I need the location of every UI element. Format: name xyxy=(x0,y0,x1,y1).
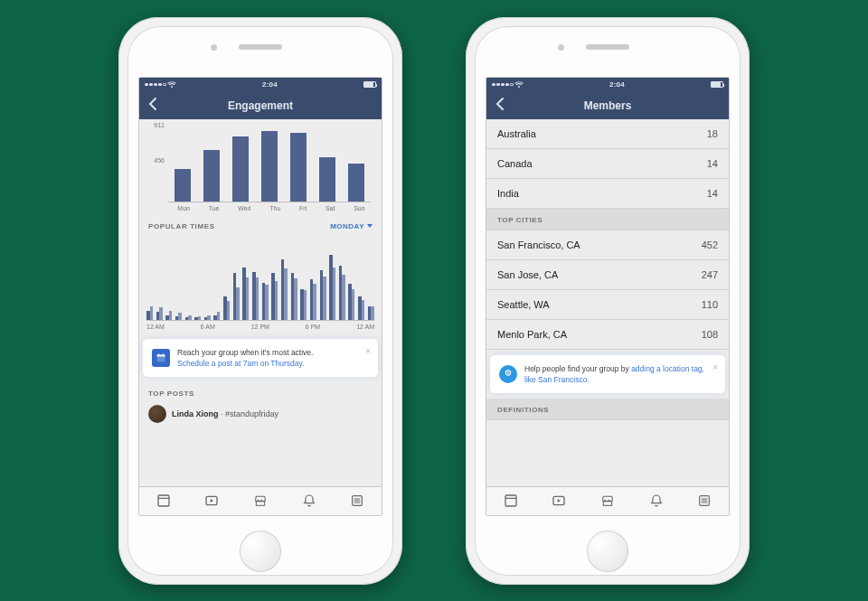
xtick: 12 PM xyxy=(251,324,269,330)
tip-text: Reach your group when it's most active. … xyxy=(177,347,313,369)
hour-bar xyxy=(185,315,192,320)
list-row[interactable]: Menlo Park, CA108 xyxy=(486,320,729,350)
xtick: Sat xyxy=(326,205,335,211)
tab-feed[interactable] xyxy=(504,493,518,508)
popular-times-header: POPULAR TIMES MONDAY xyxy=(139,217,382,234)
home-button[interactable] xyxy=(240,531,281,572)
row-name: Australia xyxy=(497,128,536,139)
tip-callout[interactable]: Help people find your group by adding a … xyxy=(492,357,723,391)
tab-marketplace[interactable] xyxy=(253,493,268,508)
page-title: Members xyxy=(486,99,729,112)
bar-tue xyxy=(203,150,220,202)
tab-video[interactable] xyxy=(552,493,566,508)
tab-marketplace[interactable] xyxy=(600,493,615,508)
hour-bar xyxy=(368,306,374,320)
hour-bar xyxy=(213,312,220,320)
xtick: 12 AM xyxy=(146,324,165,330)
home-button[interactable] xyxy=(587,531,628,572)
tip-link[interactable]: Schedule a post at 7am on Thursday. xyxy=(177,359,305,368)
phone-camera xyxy=(558,44,564,51)
bar-mon xyxy=(175,169,191,202)
top-cities-header: TOP CITIES xyxy=(486,209,729,230)
back-button[interactable] xyxy=(139,92,165,119)
xtick: Mon xyxy=(177,205,190,211)
phone-right: 2:04 Members Australia18Canada14India14 … xyxy=(466,17,750,585)
close-icon[interactable]: × xyxy=(712,362,718,372)
status-bar: 2:04 xyxy=(486,78,729,92)
ytick: 456 xyxy=(146,157,165,164)
row-value: 18 xyxy=(707,128,718,139)
bar-sat xyxy=(319,157,335,202)
row-value: 14 xyxy=(707,188,718,199)
popular-times-chart: 12 AM6 AM12 PM6 PM12 AM xyxy=(139,234,382,333)
screen-engagement: 2:04 Engagement 911 xyxy=(138,77,382,516)
day-dropdown-label: MONDAY xyxy=(330,222,364,230)
hour-bar xyxy=(204,315,211,320)
svg-rect-1 xyxy=(157,354,165,356)
row-value: 14 xyxy=(707,158,718,169)
xtick: Tue xyxy=(209,205,220,211)
xtick: Fri xyxy=(299,205,307,211)
xtick: Sun xyxy=(354,205,364,211)
back-button[interactable] xyxy=(486,92,512,119)
screen-members: 2:04 Members Australia18Canada14India14 … xyxy=(486,77,730,516)
phone-left: 2:04 Engagement 911 xyxy=(118,17,402,585)
day-dropdown[interactable]: MONDAY xyxy=(330,222,373,230)
row-name: Canada xyxy=(497,158,533,169)
list-row[interactable]: San Jose, CA247 xyxy=(486,260,729,290)
calendar-icon xyxy=(152,349,170,367)
hour-bar xyxy=(156,307,163,320)
hour-bar xyxy=(223,296,230,320)
list-row[interactable]: San Francisco, CA452 xyxy=(486,230,729,260)
svg-rect-4 xyxy=(158,495,169,506)
list-row[interactable]: Seattle, WA110 xyxy=(486,290,729,320)
list-row[interactable]: Canada14 xyxy=(486,149,729,179)
hour-bar xyxy=(165,311,172,320)
popular-times-label: POPULAR TIMES xyxy=(148,222,215,230)
status-bar: 2:04 xyxy=(139,78,382,92)
row-name: San Francisco, CA xyxy=(497,239,580,250)
signal-icon xyxy=(145,81,176,89)
tip-text: Help people find your group by adding a … xyxy=(524,363,716,385)
svg-rect-14 xyxy=(505,495,516,506)
top-post-row[interactable]: Linda Xiong · #standupfriday xyxy=(139,401,382,423)
hour-bar xyxy=(329,255,335,320)
row-name: San Jose, CA xyxy=(497,269,558,280)
tab-bar xyxy=(486,486,729,515)
hour-bar xyxy=(320,270,326,320)
battery-icon xyxy=(363,81,376,88)
location-pin-icon xyxy=(499,365,517,383)
avatar xyxy=(148,405,166,423)
hour-bar xyxy=(310,279,316,320)
close-icon[interactable]: × xyxy=(365,346,371,356)
nav-header: Members xyxy=(486,92,729,119)
hour-bar xyxy=(146,306,153,320)
bar-wed xyxy=(232,136,249,202)
tab-video[interactable] xyxy=(204,493,219,508)
list-row[interactable]: India14 xyxy=(486,179,729,209)
xtick: Thu xyxy=(269,205,280,211)
tab-feed[interactable] xyxy=(156,493,171,508)
phone-camera xyxy=(211,44,217,51)
xtick: Wed xyxy=(238,205,250,211)
tab-notifications[interactable] xyxy=(649,493,664,508)
tab-menu[interactable] xyxy=(350,493,364,508)
row-name: Menlo Park, CA xyxy=(497,329,567,340)
hour-bar xyxy=(271,273,278,320)
hour-bar xyxy=(242,268,249,320)
hour-bar xyxy=(300,289,307,320)
hour-bar xyxy=(175,313,182,320)
tip-callout[interactable]: Reach your group when it's most active. … xyxy=(145,341,376,375)
definitions-header: DEFINITIONS xyxy=(486,399,729,420)
row-name: Seattle, WA xyxy=(497,299,550,310)
wifi-icon xyxy=(514,81,524,89)
list-row[interactable]: Australia18 xyxy=(486,119,729,149)
wifi-icon xyxy=(167,81,176,89)
bar-thu xyxy=(261,131,278,202)
tab-notifications[interactable] xyxy=(302,493,316,508)
hour-bar xyxy=(252,272,259,320)
tab-menu[interactable] xyxy=(697,493,712,508)
svg-rect-2 xyxy=(158,353,159,356)
hour-bar xyxy=(262,283,269,320)
hour-bar xyxy=(358,296,364,320)
